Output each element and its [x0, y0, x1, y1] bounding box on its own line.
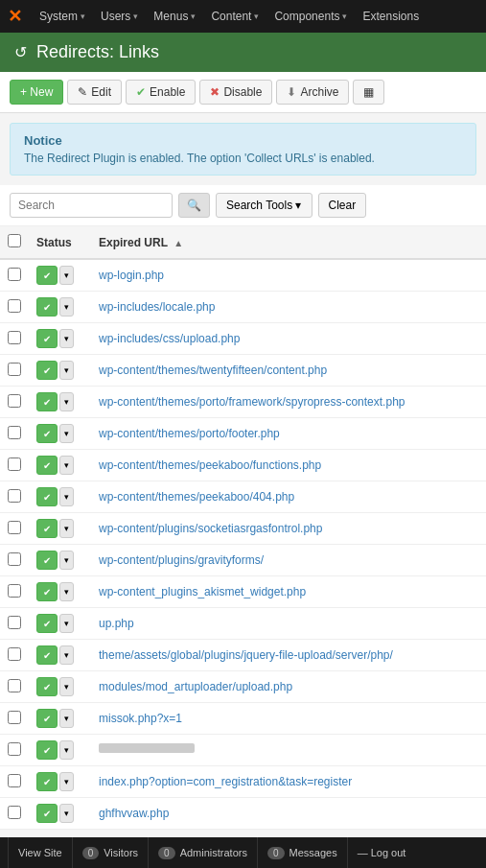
- expired-url-link[interactable]: up.php: [99, 617, 134, 630]
- new-button[interactable]: + New: [10, 80, 63, 105]
- status-toggle-button[interactable]: ✔: [36, 329, 58, 348]
- expired-url-link[interactable]: wp-content/themes/peekaboo/functions.php: [99, 458, 321, 472]
- status-toggle-button[interactable]: ✔: [36, 582, 58, 601]
- enable-icon: ✔: [136, 85, 146, 99]
- search-submit-button[interactable]: 🔍: [178, 193, 210, 218]
- clear-button[interactable]: Clear: [318, 193, 367, 218]
- row-checkbox[interactable]: [8, 774, 21, 787]
- expired-url-column-header[interactable]: Expired URL ▲: [91, 226, 486, 259]
- expired-url-link[interactable]: wp-content/themes/porto/framework/spyrop…: [99, 395, 405, 409]
- row-checkbox[interactable]: [8, 552, 21, 566]
- status-dropdown-button[interactable]: ▾: [59, 614, 74, 633]
- expired-url-link[interactable]: wp-content/themes/twentyfifteen/content.…: [99, 364, 327, 377]
- row-checkbox[interactable]: [8, 394, 21, 408]
- enable-button[interactable]: ✔ Enable: [126, 80, 196, 105]
- search-input[interactable]: [10, 193, 173, 218]
- nav-item-extensions[interactable]: Extensions: [355, 0, 427, 33]
- status-toggle-button[interactable]: ✔: [36, 772, 58, 791]
- more-icon: ▦: [363, 85, 374, 99]
- more-button[interactable]: ▦: [353, 80, 384, 105]
- row-checkbox[interactable]: [8, 742, 21, 756]
- row-checkbox[interactable]: [8, 426, 21, 439]
- status-dropdown-button[interactable]: ▾: [59, 361, 74, 380]
- row-url-cell: wp-includes/css/upload.php: [91, 323, 486, 355]
- status-toggle-button[interactable]: ✔: [36, 424, 58, 443]
- expired-url-link[interactable]: theme/assets/global/plugins/jquery-file-…: [99, 648, 393, 662]
- row-checkbox[interactable]: [8, 679, 21, 692]
- status-dropdown-button[interactable]: ▾: [59, 519, 74, 538]
- status-dropdown-button[interactable]: ▾: [59, 551, 74, 570]
- row-checkbox[interactable]: [8, 521, 21, 534]
- row-checkbox[interactable]: [8, 616, 21, 629]
- status-toggle-button[interactable]: ✔: [36, 645, 58, 665]
- nav-item-content[interactable]: Content▾: [203, 0, 266, 33]
- disable-button[interactable]: ✖ Disable: [199, 80, 272, 105]
- row-checkbox[interactable]: [8, 647, 21, 661]
- row-url-cell: wp-login.php: [91, 259, 486, 292]
- status-toggle-button[interactable]: ✔: [36, 709, 58, 728]
- expired-url-link[interactable]: index.php?option=com_registration&task=r…: [99, 775, 352, 788]
- status-toggle-button[interactable]: ✔: [36, 740, 58, 760]
- status-dropdown-button[interactable]: ▾: [59, 392, 74, 411]
- row-checkbox[interactable]: [8, 489, 21, 503]
- status-toggle-button[interactable]: ✔: [36, 677, 58, 696]
- row-checkbox[interactable]: [8, 584, 21, 598]
- expired-url-link[interactable]: wp-includes/css/upload.php: [99, 332, 240, 345]
- search-tools-button[interactable]: Search Tools ▾: [216, 193, 312, 218]
- status-toggle-button[interactable]: ✔: [36, 614, 58, 633]
- row-checkbox[interactable]: [8, 331, 21, 344]
- expired-url-link[interactable]: wp-content/themes/peekaboo/404.php: [99, 490, 294, 504]
- status-dropdown-button[interactable]: ▾: [59, 709, 74, 728]
- row-checkbox[interactable]: [8, 299, 21, 313]
- select-all-checkbox[interactable]: [8, 234, 21, 247]
- row-checkbox-cell: [0, 640, 29, 671]
- status-dropdown-button[interactable]: ▾: [59, 772, 74, 791]
- expired-url-link[interactable]: missok.php?x=1: [99, 712, 182, 725]
- status-dropdown-button[interactable]: ▾: [59, 582, 74, 601]
- row-checkbox[interactable]: [8, 363, 21, 376]
- status-toggle-button[interactable]: ✔: [36, 361, 58, 380]
- nav-item-users[interactable]: Users▾: [93, 0, 146, 33]
- row-status-cell: ✔ ▾: [29, 608, 91, 640]
- status-dropdown-button[interactable]: ▾: [59, 329, 74, 348]
- status-toggle-button[interactable]: ✔: [36, 266, 58, 285]
- status-dropdown-button[interactable]: ▾: [59, 804, 74, 823]
- row-checkbox[interactable]: [8, 806, 21, 819]
- status-toggle-button[interactable]: ✔: [36, 487, 58, 506]
- status-dropdown-button[interactable]: ▾: [59, 456, 74, 475]
- status-dropdown-button[interactable]: ▾: [59, 645, 74, 665]
- expired-url-link[interactable]: wp-includes/locale.php: [99, 300, 215, 314]
- expired-url-link[interactable]: wp-login.php: [99, 269, 164, 282]
- expired-url-link[interactable]: modules/mod_artuploader/upload.php: [99, 680, 292, 693]
- edit-icon: ✎: [78, 85, 87, 99]
- expired-url-link[interactable]: wp-content/plugins/socketiasrgasfontrol.…: [99, 522, 322, 535]
- expired-url-link[interactable]: wp-content_plugins_akismet_widget.php: [99, 585, 306, 598]
- archive-button[interactable]: ⬇ Archive: [276, 80, 349, 105]
- row-checkbox[interactable]: [8, 711, 21, 724]
- row-checkbox[interactable]: [8, 268, 21, 281]
- status-dropdown-button[interactable]: ▾: [59, 487, 74, 506]
- nav-item-system[interactable]: System▾: [32, 0, 93, 33]
- expired-url-link[interactable]: wp-content/themes/porto/footer.php: [99, 427, 280, 440]
- expired-url-link[interactable]: ghfhvvaw.php: [99, 807, 169, 820]
- row-checkbox[interactable]: [8, 457, 21, 471]
- select-all-column[interactable]: [0, 226, 29, 259]
- status-dropdown-button[interactable]: ▾: [59, 266, 74, 285]
- status-toggle-button[interactable]: ✔: [36, 456, 58, 475]
- status-dropdown-button[interactable]: ▾: [59, 297, 74, 317]
- status-toggle-button[interactable]: ✔: [36, 392, 58, 411]
- nav-item-menus[interactable]: Menus▾: [146, 0, 203, 33]
- status-toggle-button[interactable]: ✔: [36, 551, 58, 570]
- table-row: ✔ ▾ wp-content/themes/porto/footer.php: [0, 418, 486, 450]
- row-url-cell: theme/assets/global/plugins/jquery-file-…: [91, 640, 486, 671]
- status-dropdown-button[interactable]: ▾: [59, 677, 74, 696]
- edit-button[interactable]: ✎ Edit: [67, 80, 122, 105]
- status-dropdown-button[interactable]: ▾: [59, 424, 74, 443]
- table-row: ✔ ▾ missok.php?x=1: [0, 703, 486, 735]
- status-toggle-button[interactable]: ✔: [36, 519, 58, 538]
- expired-url-link[interactable]: wp-content/plugins/gravityforms/: [99, 553, 264, 567]
- status-toggle-button[interactable]: ✔: [36, 804, 58, 823]
- nav-item-components[interactable]: Components▾: [266, 0, 355, 33]
- status-toggle-button[interactable]: ✔: [36, 297, 58, 317]
- status-dropdown-button[interactable]: ▾: [59, 740, 74, 760]
